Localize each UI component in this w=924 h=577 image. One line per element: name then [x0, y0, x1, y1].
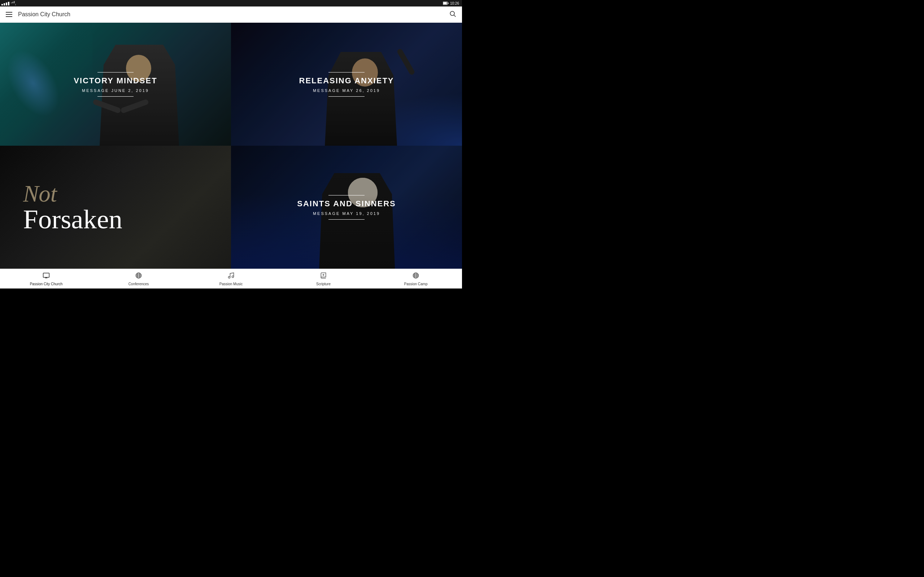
card-2-title: RELEASING ANXIETY	[299, 76, 394, 85]
nav-item-passion-camp[interactable]: Passion Camp	[370, 272, 462, 286]
nav-label-passion-camp: Passion Camp	[404, 282, 427, 286]
card-4-overlay: SAINTS AND SINNERS MESSAGE MAY 19, 2019	[231, 146, 462, 269]
svg-rect-1	[3, 3, 5, 5]
clock: 10:26	[450, 2, 459, 5]
svg-point-11	[450, 11, 454, 16]
card-3-text: Not Forsaken	[23, 182, 122, 233]
music-icon	[228, 272, 234, 280]
globe-icon-camp	[412, 272, 419, 280]
svg-rect-6	[14, 1, 15, 3]
svg-rect-4	[11, 3, 12, 3]
globe-icon-conferences	[135, 272, 142, 280]
status-bar: 10:26	[0, 0, 462, 6]
svg-rect-2	[6, 3, 7, 5]
card-1-overlay: VICTORY MINDSET MESSAGE JUNE 2, 2019	[0, 23, 231, 146]
card-victory-mindset[interactable]: VICTORY MINDSET MESSAGE JUNE 2, 2019	[0, 23, 231, 146]
svg-rect-7	[15, 4, 16, 5]
card-releasing-anxiety[interactable]: RELEASING ANXIETY MESSAGE MAY 26, 2019	[231, 23, 462, 146]
card-2-subtitle: MESSAGE MAY 26, 2019	[313, 89, 380, 93]
nav-item-conferences[interactable]: Conferences	[92, 272, 185, 286]
divider-bottom-2	[328, 96, 365, 97]
divider-bottom-4	[328, 219, 365, 220]
svg-rect-13	[43, 273, 50, 277]
divider-top-2	[328, 72, 365, 73]
divider-bottom-1	[97, 96, 134, 97]
bottom-navigation: Passion City Church Conferences Passion …	[0, 269, 462, 288]
svg-rect-10	[443, 2, 447, 4]
card-4-title: SAINTS AND SINNERS	[297, 199, 396, 208]
card-not-forsaken[interactable]: Not Forsaken	[0, 146, 231, 269]
header-title: Passion City Church	[18, 11, 70, 18]
status-right: 10:26	[443, 2, 459, 5]
card-3-not: Not	[23, 182, 122, 206]
nav-item-scripture[interactable]: Scripture	[277, 272, 370, 286]
nav-label-scripture: Scripture	[316, 282, 331, 286]
svg-rect-9	[447, 3, 448, 4]
divider-top-1	[97, 72, 134, 73]
card-1-subtitle: MESSAGE JUNE 2, 2019	[82, 89, 149, 93]
card-1-title: VICTORY MINDSET	[74, 76, 157, 85]
card-3-forsaken: Forsaken	[23, 206, 122, 233]
svg-rect-0	[2, 4, 3, 5]
card-4-subtitle: MESSAGE MAY 19, 2019	[313, 211, 380, 216]
nav-label-passion-music: Passion Music	[220, 282, 242, 286]
app-header: Passion City Church	[0, 6, 462, 23]
search-icon[interactable]	[449, 10, 456, 19]
svg-point-22	[232, 276, 234, 277]
header-left: Passion City Church	[6, 11, 70, 18]
nav-item-passion-music[interactable]: Passion Music	[185, 272, 277, 286]
hamburger-menu[interactable]	[6, 12, 12, 17]
book-icon	[320, 272, 327, 280]
svg-rect-5	[12, 2, 13, 3]
divider-top-4	[328, 195, 365, 195]
content-grid: VICTORY MINDSET MESSAGE JUNE 2, 2019 REL…	[0, 23, 462, 269]
nav-label-conferences: Conferences	[129, 282, 149, 286]
card-saints-sinners[interactable]: SAINTS AND SINNERS MESSAGE MAY 19, 2019	[231, 146, 462, 269]
svg-point-21	[228, 276, 230, 278]
card-2-overlay: RELEASING ANXIETY MESSAGE MAY 26, 2019	[231, 23, 462, 146]
screen-icon	[43, 272, 50, 280]
nav-label-passion-city-church: Passion City Church	[30, 282, 63, 286]
svg-rect-3	[8, 2, 10, 5]
signal-indicators	[2, 1, 16, 5]
svg-line-12	[454, 15, 456, 17]
nav-item-passion-city-church[interactable]: Passion City Church	[0, 272, 92, 286]
